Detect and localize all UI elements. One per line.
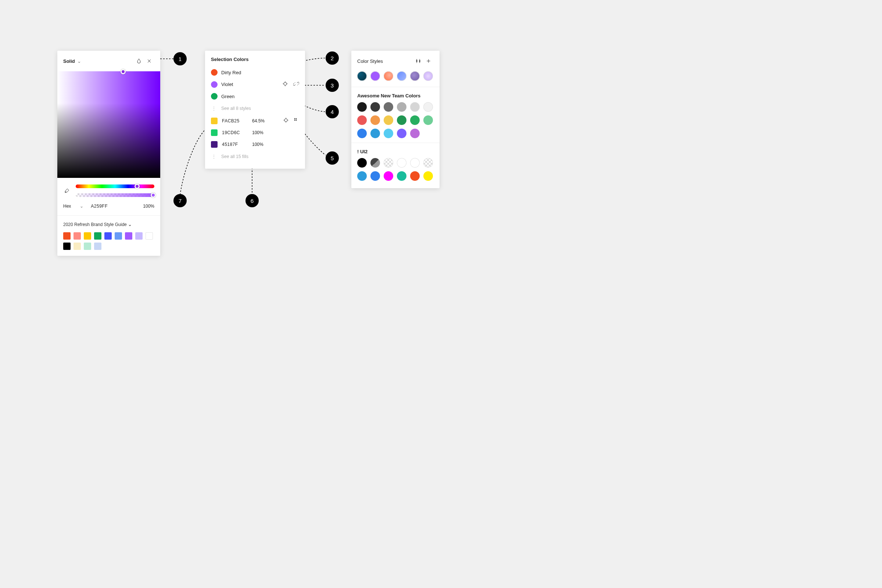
library-swatch[interactable] — [115, 232, 122, 240]
selection-style-row[interactable]: Violet — [205, 78, 305, 90]
style-name: Dirty Red — [221, 70, 241, 75]
see-all-fills-link[interactable]: ⋮ See all 15 fills — [205, 150, 305, 163]
library-swatch[interactable] — [84, 243, 91, 250]
library-swatch[interactable] — [63, 243, 70, 250]
selection-fill-row[interactable]: 45187F100% — [205, 138, 305, 150]
chevron-down-icon: ⌄ — [80, 204, 83, 209]
alpha-slider[interactable] — [76, 193, 154, 197]
style-color-swatch[interactable] — [423, 102, 433, 112]
style-color-swatch[interactable] — [370, 171, 380, 181]
selection-style-row[interactable]: Green — [205, 90, 305, 102]
color-format-dropdown[interactable]: Hex — [63, 204, 71, 209]
library-swatches — [63, 232, 154, 250]
alpha-thumb[interactable] — [151, 193, 156, 198]
style-color-swatch[interactable] — [357, 129, 367, 138]
close-icon[interactable] — [144, 56, 154, 66]
style-color-swatch[interactable] — [370, 129, 380, 138]
style-color-swatch[interactable] — [370, 116, 380, 125]
style-color-swatch[interactable] — [384, 158, 393, 168]
see-all-styles-link[interactable]: ⋮ See all 8 styles — [205, 102, 305, 115]
style-color-swatch[interactable] — [384, 129, 393, 138]
style-swatch[interactable] — [410, 71, 420, 81]
style-color-grid — [351, 102, 440, 142]
annotation-badge-7: 7 — [174, 194, 187, 207]
target-icon[interactable] — [283, 117, 289, 124]
fill-hex: FACB25 — [222, 118, 248, 123]
annotation-badge-6: 6 — [246, 194, 259, 207]
blend-mode-dropdown[interactable]: Solid — [63, 58, 75, 64]
fill-opacity: 100% — [252, 142, 270, 147]
style-color-swatch[interactable] — [410, 171, 420, 181]
style-color-swatch[interactable] — [410, 116, 420, 125]
library-swatch[interactable] — [125, 232, 132, 240]
color-picker-panel: Solid ⌄ Hex ⌄ A259FF 100% 2020 Refresh B… — [57, 51, 160, 256]
style-swatch[interactable] — [357, 71, 367, 81]
selection-fill-row[interactable]: FACB2564.5% — [205, 115, 305, 127]
hex-value-input[interactable]: A259FF — [91, 204, 108, 209]
style-color-swatch[interactable] — [397, 171, 406, 181]
target-icon[interactable] — [282, 81, 288, 88]
fill-hex: 19CD6C — [222, 130, 248, 135]
style-color-swatch[interactable] — [384, 116, 393, 125]
style-color-swatch[interactable] — [423, 116, 433, 125]
eyedropper-icon[interactable] — [63, 187, 70, 194]
blend-icon[interactable] — [134, 56, 144, 66]
library-swatch[interactable] — [94, 243, 101, 250]
color-dot — [211, 93, 218, 100]
library-swatch[interactable] — [94, 232, 101, 240]
style-color-swatch[interactable] — [384, 171, 393, 181]
style-swatch[interactable] — [423, 71, 433, 81]
style-color-swatch[interactable] — [370, 102, 380, 112]
more-icon: ⋮ — [211, 106, 217, 111]
library-swatch[interactable] — [146, 232, 153, 240]
style-color-swatch[interactable] — [384, 102, 393, 112]
picker-header: Solid ⌄ — [57, 51, 160, 71]
color-dot — [211, 69, 218, 76]
style-color-swatch[interactable] — [357, 116, 367, 125]
selection-style-row[interactable]: Dirty Red — [205, 66, 305, 78]
add-style-icon[interactable] — [423, 56, 434, 66]
opacity-input[interactable]: 100% — [143, 204, 154, 209]
style-color-swatch[interactable] — [397, 116, 406, 125]
style-color-swatch[interactable] — [397, 102, 406, 112]
annotation-badge-2: 2 — [326, 51, 339, 64]
library-swatch[interactable] — [74, 243, 81, 250]
style-color-swatch[interactable] — [357, 102, 367, 112]
style-swatch[interactable] — [397, 71, 406, 81]
saturation-brightness-area[interactable] — [57, 71, 160, 178]
style-section-title: Awesome New Team Colors — [351, 87, 440, 102]
library-swatch[interactable] — [84, 232, 91, 240]
annotation-badge-3: 3 — [326, 79, 339, 92]
svg-point-4 — [294, 120, 295, 120]
library-section: 2020 Refresh Brand Style Guide ⌄ — [57, 216, 160, 256]
library-title-dropdown[interactable]: 2020 Refresh Brand Style Guide ⌄ — [63, 222, 154, 227]
color-cursor[interactable] — [120, 69, 126, 74]
style-color-swatch[interactable] — [423, 158, 433, 168]
hue-thumb[interactable] — [135, 184, 140, 189]
style-color-swatch[interactable] — [370, 158, 380, 168]
library-swatch[interactable] — [74, 232, 81, 240]
color-swatch — [211, 129, 218, 136]
style-color-swatch[interactable] — [397, 158, 406, 168]
style-color-swatch[interactable] — [423, 171, 433, 181]
annotation-badge-5: 5 — [326, 152, 339, 165]
library-swatch[interactable] — [63, 232, 70, 240]
library-swatch[interactable] — [135, 232, 142, 240]
style-swatch[interactable] — [370, 71, 380, 81]
library-swatch[interactable] — [104, 232, 112, 240]
style-color-swatch[interactable] — [410, 158, 420, 168]
hue-slider[interactable] — [76, 184, 154, 188]
style-color-swatch[interactable] — [397, 129, 406, 138]
style-name: Violet — [221, 82, 233, 87]
selection-fill-row[interactable]: 19CD6C100% — [205, 127, 305, 138]
style-color-swatch[interactable] — [357, 158, 367, 168]
detach-icon[interactable] — [293, 81, 299, 88]
style-color-swatch[interactable] — [410, 129, 420, 138]
filter-icon[interactable] — [413, 56, 423, 66]
style-color-swatch[interactable] — [410, 102, 420, 112]
style-color-swatch[interactable] — [357, 171, 367, 181]
style-swatch[interactable] — [384, 71, 393, 81]
create-style-icon[interactable] — [293, 117, 299, 124]
top-styles-row — [351, 70, 440, 87]
selection-colors-panel: Selection Colors Dirty RedVioletGreen ⋮ … — [205, 51, 305, 169]
